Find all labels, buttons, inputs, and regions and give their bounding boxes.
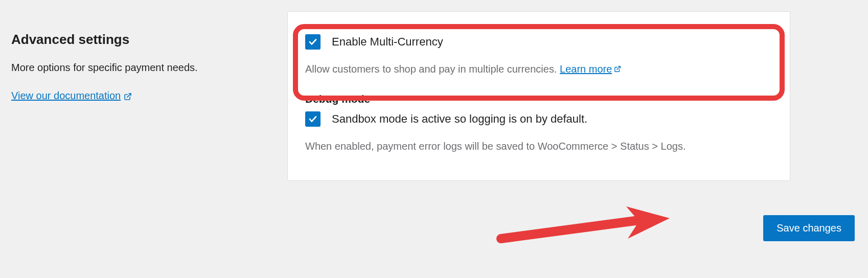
- arrow-annotation: [496, 204, 680, 250]
- documentation-link[interactable]: View our documentation: [11, 90, 132, 102]
- save-changes-button[interactable]: Save changes: [763, 215, 855, 241]
- multi-currency-checkbox[interactable]: [305, 34, 321, 50]
- settings-panel: Enable Multi-Currency Allow customers to…: [287, 11, 790, 181]
- multi-currency-option: Enable Multi-Currency Allow customers to…: [305, 34, 772, 77]
- multi-currency-label: Enable Multi-Currency: [332, 35, 443, 49]
- svg-line-0: [127, 94, 131, 97]
- section-title: Advanced settings: [11, 32, 257, 48]
- external-link-icon: [614, 62, 621, 77]
- check-icon: [308, 114, 318, 124]
- check-icon: [308, 37, 318, 47]
- section-description: More options for specific payment needs.: [11, 62, 257, 74]
- debug-mode-description: When enabled, payment error logs will be…: [305, 139, 772, 154]
- learn-more-link[interactable]: Learn more: [560, 62, 621, 77]
- sidebar-info: Advanced settings More options for speci…: [11, 11, 257, 181]
- svg-line-1: [617, 66, 620, 70]
- debug-mode-label: Sandbox mode is active so logging is on …: [332, 112, 587, 126]
- debug-mode-checkbox[interactable]: [305, 111, 321, 127]
- external-link-icon: [124, 90, 132, 102]
- debug-mode-heading: Debug mode: [305, 93, 772, 105]
- documentation-link-text: View our documentation: [11, 90, 121, 102]
- multi-currency-description: Allow customers to shop and pay in multi…: [305, 62, 772, 77]
- debug-mode-option: Sandbox mode is active so logging is on …: [305, 111, 772, 154]
